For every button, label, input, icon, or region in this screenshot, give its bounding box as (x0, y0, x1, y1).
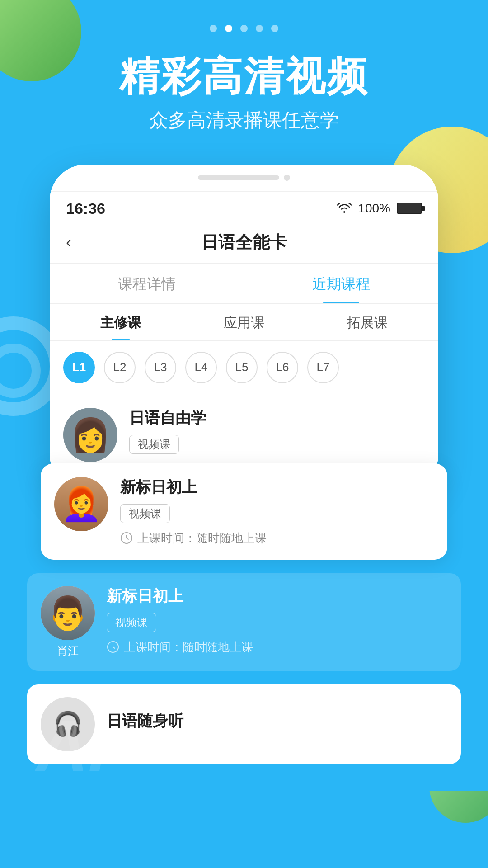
teacher-avatar-2: 👩‍🦰 (54, 477, 108, 531)
course-card-3[interactable]: 👨 肖江 新标日初上 视频课 上课时间：随时随地上课 (27, 573, 461, 671)
course-tag-2: 视频课 (120, 504, 170, 523)
status-time: 16:36 (66, 200, 105, 217)
avatar-img-3: 👨 (41, 586, 95, 640)
tab-recent-courses[interactable]: 近期课程 (244, 264, 438, 303)
level-btn-l4[interactable]: L4 (185, 352, 217, 383)
sub-tabs: 主修课 应用课 拓展课 (50, 304, 438, 341)
app-header: ‹ 日语全能卡 (50, 222, 438, 264)
phone-mockup: 16:36 100% ‹ 日语全能卡 课程详情 近期课程 (50, 165, 438, 491)
sub-tab-main[interactable]: 主修课 (59, 304, 182, 340)
level-btn-l2[interactable]: L2 (104, 352, 136, 383)
course-time-2: 上课时间：随时随地上课 (120, 530, 434, 546)
teacher-avatar-4: 🎧 (41, 697, 95, 751)
clock-icon-3 (107, 641, 119, 653)
app-title: 日语全能卡 (201, 231, 287, 254)
course-time-text-3: 上课时间：随时随地上课 (124, 639, 253, 655)
floating-card-course-2[interactable]: 👩‍🦰 新标日初上 视频课 上课时间：随时随地上课 (41, 463, 447, 560)
phone-wrapper: 16:36 100% ‹ 日语全能卡 课程详情 近期课程 (0, 165, 488, 491)
sub-tab-applied[interactable]: 应用课 (182, 304, 305, 340)
course-name-3: 新标日初上 (107, 586, 447, 607)
sub-tab-extended[interactable]: 拓展课 (306, 304, 429, 340)
course-time-text-2: 上课时间：随时随地上课 (137, 530, 267, 546)
teacher-avatar-1 (63, 408, 117, 462)
level-btn-l6[interactable]: L6 (267, 352, 298, 383)
course-time-3: 上课时间：随时随地上课 (107, 639, 447, 655)
course-name-1: 日语自由学 (129, 408, 425, 429)
tab-course-detail[interactable]: 课程详情 (50, 264, 244, 303)
course-tag-3: 视频课 (107, 613, 156, 632)
status-bar: 16:36 100% (50, 192, 438, 222)
status-right: 100% (337, 201, 422, 216)
back-button[interactable]: ‹ (66, 233, 71, 252)
course-card-4[interactable]: 🎧 日语随身听 (27, 684, 461, 764)
wifi-icon (337, 203, 352, 214)
level-btn-l1[interactable]: L1 (63, 352, 95, 383)
notch-pill (198, 175, 279, 180)
course-name-2: 新标日初上 (120, 477, 434, 498)
avatar-img-2: 👩‍🦰 (54, 477, 108, 531)
battery-percent: 100% (358, 201, 390, 216)
dot-3[interactable] (240, 25, 248, 32)
course-name-4: 日语随身听 (107, 711, 447, 731)
hero-subtitle: 众多高清录播课任意学 (18, 108, 470, 133)
level-btn-l5[interactable]: L5 (226, 352, 258, 383)
teacher-avatar-3: 👨 (41, 586, 95, 640)
teacher-name-3: 肖江 (57, 644, 79, 658)
level-btn-l7[interactable]: L7 (307, 352, 339, 383)
dot-4[interactable] (256, 25, 263, 32)
course-info-4: 日语随身听 (107, 711, 447, 738)
phone-notch (50, 165, 438, 192)
course-info-3: 新标日初上 视频课 上课时间：随时随地上课 (107, 586, 447, 655)
avatar-img-1 (63, 408, 117, 462)
dot-2[interactable] (225, 25, 232, 32)
level-btn-l3[interactable]: L3 (145, 352, 176, 383)
course-tag-1: 视频课 (129, 435, 179, 454)
battery-icon (397, 203, 422, 214)
dot-5[interactable] (271, 25, 278, 32)
hero-title: 精彩高清视频 (18, 55, 470, 99)
notch-dot (284, 175, 290, 181)
course-info-2: 新标日初上 视频课 上课时间：随时随地上课 (120, 477, 434, 546)
clock-icon-2 (120, 532, 133, 544)
dot-1[interactable] (210, 25, 217, 32)
level-row: L1 L2 L3 L4 L5 L6 L7 (50, 341, 438, 394)
main-tabs: 课程详情 近期课程 (50, 264, 438, 304)
